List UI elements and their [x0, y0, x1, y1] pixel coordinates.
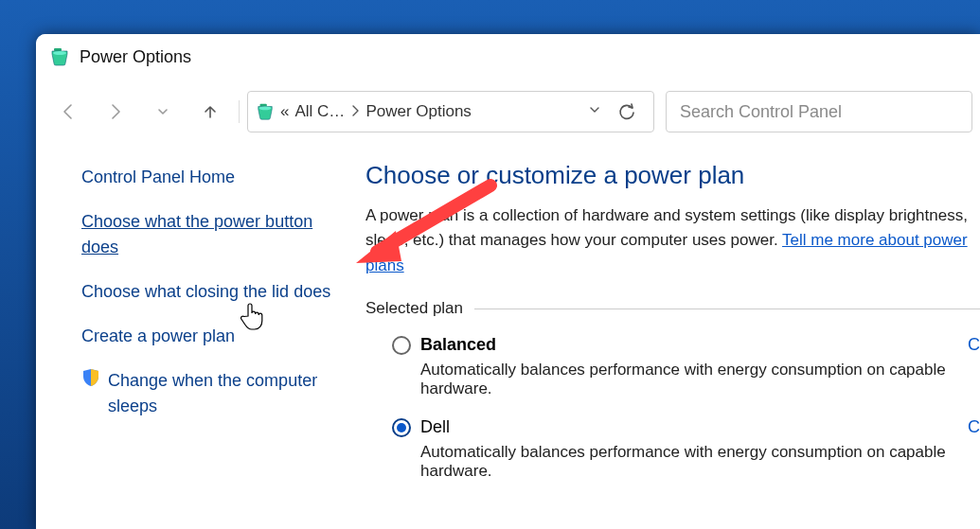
plan-dell: Dell C Automatically balances performanc… [392, 417, 980, 481]
svg-point-3 [259, 107, 272, 111]
nav-arrows [47, 91, 231, 132]
radio-dell[interactable] [392, 418, 411, 437]
main-panel: Choose or customize a power plan A power… [348, 144, 980, 529]
page-description: A power plan is a collection of hardware… [365, 203, 980, 278]
change-plan-link[interactable]: C [968, 417, 980, 437]
power-options-icon [49, 46, 70, 67]
plan-balanced: Balanced C Automatically balances perfor… [392, 335, 980, 398]
toolbar: « All C… Power Options Search Control Pa… [36, 79, 980, 144]
control-panel-home-link[interactable]: Control Panel Home [81, 165, 331, 190]
refresh-button[interactable] [608, 91, 646, 132]
content: Control Panel Home Choose what the power… [36, 144, 980, 529]
svg-rect-0 [54, 48, 62, 51]
up-button[interactable] [189, 91, 231, 132]
chevron-down-icon[interactable] [587, 102, 602, 122]
page-heading: Choose or customize a power plan [365, 161, 980, 190]
sidebar-item-create-plan[interactable]: Create a power plan [81, 324, 331, 349]
shield-icon [81, 368, 100, 391]
svg-point-1 [53, 51, 66, 55]
breadcrumb-prefix: « [280, 102, 289, 121]
chevron-right-icon[interactable] [350, 104, 360, 119]
radio-balanced[interactable] [392, 336, 411, 355]
search-placeholder: Search Control Panel [680, 102, 842, 122]
svg-rect-2 [260, 104, 267, 107]
breadcrumb-seg-2[interactable]: Power Options [365, 102, 472, 121]
sidebar-item-closing-lid[interactable]: Choose what closing the lid does [81, 279, 331, 305]
breadcrumb-seg-1[interactable]: All C… [294, 102, 345, 121]
back-button[interactable] [47, 91, 89, 132]
address-icon [256, 102, 275, 121]
sidebar-item-sleep[interactable]: Change when the computer sleeps [108, 368, 331, 419]
titlebar: Power Options [36, 34, 980, 79]
section-divider [474, 309, 980, 309]
plan-name: Balanced [420, 335, 496, 355]
plan-description: Automatically balances performance with … [420, 361, 980, 398]
forward-button[interactable] [95, 91, 136, 132]
sidebar-item-power-button[interactable]: Choose what the power button does [81, 209, 331, 260]
search-input[interactable]: Search Control Panel [666, 91, 972, 132]
address-bar[interactable]: « All C… Power Options [247, 91, 654, 132]
change-plan-link[interactable]: C [968, 335, 980, 355]
section-label: Selected plan [365, 299, 463, 318]
plan-description: Automatically balances performance with … [420, 443, 980, 481]
control-panel-window: Power Options [36, 34, 980, 529]
plan-name: Dell [420, 417, 450, 437]
toolbar-separator [239, 100, 240, 123]
window-title: Power Options [80, 47, 191, 67]
recent-dropdown[interactable] [142, 91, 184, 132]
sidebar: Control Panel Home Choose what the power… [36, 144, 348, 529]
